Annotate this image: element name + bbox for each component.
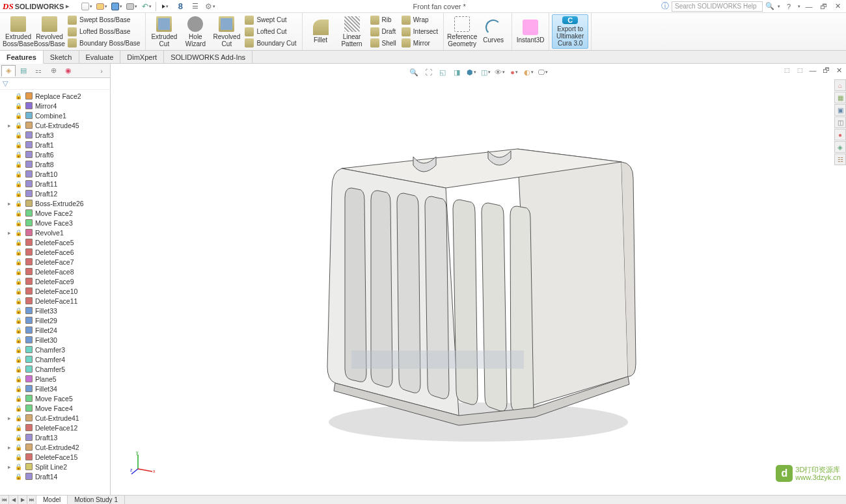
ribbon-intersect-button[interactable]: Intersect xyxy=(399,26,441,38)
ribbon-wrap-button[interactable]: Wrap xyxy=(399,14,441,26)
feature-item-fillet30[interactable]: 🔒Fillet30 xyxy=(0,335,110,345)
task-forum-button[interactable]: ☷ xyxy=(834,153,846,165)
tab-first-button[interactable]: ⏮ xyxy=(0,496,9,504)
display-style-button[interactable]: ◫▾ xyxy=(479,66,492,78)
feature-item-mirror4[interactable]: 🔒Mirror4 xyxy=(0,101,110,111)
save-button[interactable]: ▾ xyxy=(109,1,124,12)
feature-item-draft3[interactable]: 🔒Draft3 xyxy=(0,130,110,140)
section-view-button[interactable]: ◨ xyxy=(450,66,463,78)
ribbon-extruded-cut-button[interactable]: Extruded Cut xyxy=(148,14,180,49)
task-library-button[interactable]: ▦ xyxy=(834,92,846,103)
minimize-button[interactable]: — xyxy=(803,1,815,12)
feature-item-revolve1[interactable]: ▸🔒Revolve1 xyxy=(0,228,110,237)
ribbon-tab-evaluate[interactable]: Evaluate xyxy=(79,51,121,63)
ribbon-fillet-button[interactable]: Fillet xyxy=(305,14,336,49)
orientation-triad[interactable]: y x z xyxy=(130,449,156,475)
feature-item-move-face4[interactable]: 🔒Move Face4 xyxy=(0,403,110,413)
help-search-input[interactable]: Search SOLIDWORKS Help xyxy=(672,1,763,12)
expand-icon[interactable]: ▸ xyxy=(8,415,13,421)
feature-item-deleteface10[interactable]: 🔒DeleteFace10 xyxy=(0,286,110,296)
feature-item-deleteface11[interactable]: 🔒DeleteFace11 xyxy=(0,296,110,306)
task-view-palette-button[interactable]: ◫ xyxy=(834,116,846,128)
ribbon-instant3d-button[interactable]: Instant3D xyxy=(515,14,546,49)
expand-icon[interactable]: ▸ xyxy=(8,444,13,451)
print-button[interactable]: ▾ xyxy=(124,1,139,12)
ribbon-rib-button[interactable]: Rib xyxy=(368,14,399,26)
undo-button[interactable]: ↶▾ xyxy=(139,1,154,12)
feature-item-deleteface9[interactable]: 🔒DeleteFace9 xyxy=(0,276,110,286)
task-appearances-button[interactable]: ● xyxy=(834,129,846,140)
ribbon-reference-geometry-button[interactable]: Reference Geometry xyxy=(446,14,478,49)
options-button[interactable]: ☰ xyxy=(188,1,202,12)
task-resources-button[interactable]: ⌂ xyxy=(834,79,846,91)
ribbon-swept-boss-base-button[interactable]: Swept Boss/Base xyxy=(65,14,143,26)
ribbon-extruded-boss-base-button[interactable]: Extruded Boss/Base xyxy=(3,14,34,49)
feature-item-draft14[interactable]: 🔒Draft14 xyxy=(0,471,110,481)
view-settings-button[interactable]: 🖵▾ xyxy=(536,66,549,78)
feature-item-combine1[interactable]: 🔒Combine1 xyxy=(0,111,110,120)
zoom-fit-button[interactable]: 🔍 xyxy=(407,66,420,78)
search-icon[interactable]: 🔍 xyxy=(765,2,774,10)
new-file-button[interactable]: ▾ xyxy=(79,1,94,12)
fm-tab-tree[interactable]: ◈ xyxy=(1,65,16,77)
feature-item-deleteface7[interactable]: 🔒DeleteFace7 xyxy=(0,257,110,267)
fm-tab-property[interactable]: ▤ xyxy=(16,65,31,77)
hide-show-button[interactable]: 👁▾ xyxy=(493,66,506,78)
tab-next-button[interactable]: ▶ xyxy=(18,496,27,504)
ribbon-tab-sketch[interactable]: Sketch xyxy=(44,51,79,63)
close-button[interactable]: ✕ xyxy=(832,1,843,12)
expand-icon[interactable]: ▸ xyxy=(8,464,13,470)
ribbon-revolved-boss-base-button[interactable]: Revolved Boss/Base xyxy=(34,14,65,49)
fm-tab-dimxpert[interactable]: ⊕ xyxy=(46,65,61,77)
ribbon-lofted-boss-base-button[interactable]: Lofted Boss/Base xyxy=(65,26,143,38)
bottom-tab-model[interactable]: Model xyxy=(36,496,68,504)
settings-button[interactable]: ⚙▾ xyxy=(203,1,217,12)
feature-item-draft13[interactable]: 🔒Draft13 xyxy=(0,432,110,442)
feature-item-chamfer3[interactable]: 🔒Chamfer3 xyxy=(0,345,110,354)
feature-item-split-line2[interactable]: ▸🔒Split Line2 xyxy=(0,462,110,471)
vp-dock2-button[interactable]: ⬚ xyxy=(794,65,806,75)
ribbon-swept-cut-button[interactable]: Swept Cut xyxy=(242,14,299,26)
feature-item-chamfer4[interactable]: 🔒Chamfer4 xyxy=(0,354,110,364)
fm-tab-display[interactable]: ◉ xyxy=(61,65,75,77)
ribbon-tab-dimxpert[interactable]: DimXpert xyxy=(120,51,164,63)
help-button[interactable]: ? xyxy=(783,1,795,12)
task-explorer-button[interactable]: ▣ xyxy=(834,104,846,116)
feature-item-deleteface5[interactable]: 🔒DeleteFace5 xyxy=(0,237,110,247)
feature-item-deleteface12[interactable]: 🔒DeleteFace12 xyxy=(0,423,110,432)
feature-item-fillet34[interactable]: 🔒Fillet34 xyxy=(0,384,110,393)
vp-minimize-button[interactable]: — xyxy=(807,65,819,75)
edit-appearance-button[interactable]: ●▾ xyxy=(508,66,521,78)
ribbon-boundary-cut-button[interactable]: Boundary Cut xyxy=(242,37,299,49)
select-button[interactable]: ▾ xyxy=(158,1,172,12)
feature-item-move-face5[interactable]: 🔒Move Face5 xyxy=(0,393,110,403)
feature-item-fillet29[interactable]: 🔒Fillet29 xyxy=(0,315,110,325)
rebuild-button[interactable]: 8 xyxy=(173,1,187,12)
feature-item-draft1[interactable]: 🔒Draft1 xyxy=(0,140,110,150)
ribbon-mirror-button[interactable]: Mirror xyxy=(399,37,441,49)
ribbon-draft-button[interactable]: Draft xyxy=(368,26,399,38)
feature-item-cut-extrude45[interactable]: ▸🔒Cut-Extrude45 xyxy=(0,120,110,130)
ribbon-tab-solidworks-add-ins[interactable]: SOLIDWORKS Add-Ins xyxy=(164,51,252,63)
feature-item-draft10[interactable]: 🔒Draft10 xyxy=(0,169,110,179)
feature-item-fillet24[interactable]: 🔒Fillet24 xyxy=(0,325,110,335)
ribbon-linear-pattern-button[interactable]: Linear Pattern xyxy=(336,14,368,49)
tab-last-button[interactable]: ⏭ xyxy=(27,496,36,504)
logo-menu-arrow[interactable]: ▶ xyxy=(66,4,69,9)
feature-item-replace-face2[interactable]: 🔒Replace Face2 xyxy=(0,91,110,101)
model-viewport[interactable]: ⬚ ⬚ — 🗗 ✕ 🔍 ⛶ ◱ ◨ ⬢▾ ◫▾ 👁▾ ●▾ ◐▾ 🖵▾ xyxy=(111,64,846,495)
vp-restore-button[interactable]: 🗗 xyxy=(820,65,832,75)
fm-tab-expand[interactable]: › xyxy=(94,65,109,77)
feature-item-draft8[interactable]: 🔒Draft8 xyxy=(0,159,110,169)
zoom-area-button[interactable]: ⛶ xyxy=(422,66,435,78)
feature-item-deleteface6[interactable]: 🔒DeleteFace6 xyxy=(0,247,110,257)
prev-view-button[interactable]: ◱ xyxy=(436,66,449,78)
feature-item-deleteface15[interactable]: 🔒DeleteFace15 xyxy=(0,452,110,462)
feature-item-cut-extrude42[interactable]: ▸🔒Cut-Extrude42 xyxy=(0,442,110,452)
feature-item-deleteface8[interactable]: 🔒DeleteFace8 xyxy=(0,267,110,276)
feature-tree[interactable]: 🔒Replace Face2🔒Mirror4🔒Combine1▸🔒Cut-Ext… xyxy=(0,90,110,495)
expand-icon[interactable]: ▸ xyxy=(8,230,13,236)
fm-filter-bar[interactable]: ▽ xyxy=(0,78,110,90)
ribbon-shell-button[interactable]: Shell xyxy=(368,37,399,49)
feature-item-fillet33[interactable]: 🔒Fillet33 xyxy=(0,306,110,315)
